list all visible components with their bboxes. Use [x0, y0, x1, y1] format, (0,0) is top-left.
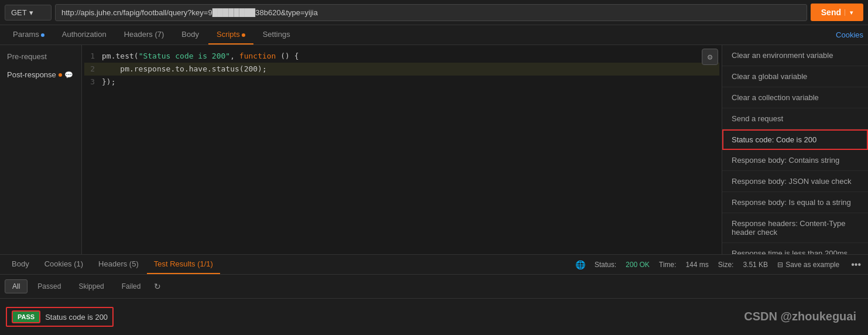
- tabs-row: Params Authorization Headers (7) Body Sc…: [0, 25, 868, 45]
- filter-all-button[interactable]: All: [5, 279, 28, 293]
- main-content: Pre-request Post-response 💬 1 pm.test("S…: [0, 45, 868, 254]
- snippet-item[interactable]: Response body: JSON value check: [722, 171, 868, 192]
- snippet-item[interactable]: Clear a global variable: [722, 66, 868, 87]
- time-label: Time:: [659, 261, 677, 269]
- resp-status: 🌐 Status: 200 OK Time: 144 ms Size: 3.51…: [575, 259, 863, 270]
- status-label: Status:: [595, 261, 616, 269]
- resp-tab-cookies[interactable]: Cookies (1): [37, 255, 90, 274]
- test-results-body: PASS Status code is 200: [0, 299, 868, 335]
- refresh-button[interactable]: ↻: [150, 281, 164, 292]
- snippet-panel: Clear an environment variableClear a glo…: [722, 45, 868, 254]
- tab-authorization[interactable]: Authorization: [54, 25, 115, 45]
- snippet-item[interactable]: Response time is less than 200ms: [722, 243, 868, 254]
- status-value: 200 OK: [626, 261, 650, 269]
- code-line-2: 2 pm.response.to.have.status(200);: [84, 63, 719, 76]
- send-button[interactable]: Send ▾: [811, 4, 863, 21]
- test-label: Status code is 200: [45, 313, 108, 322]
- snippet-item[interactable]: Status code: Code is 200: [722, 129, 868, 150]
- save-icon: ⊟: [777, 261, 783, 269]
- postresponse-tab[interactable]: Post-response 💬: [0, 66, 81, 84]
- code-settings-button[interactable]: ⚙: [702, 49, 718, 65]
- time-value: 144 ms: [685, 261, 708, 269]
- scripts-dot: [242, 33, 245, 37]
- code-line-3: 3 });: [84, 76, 719, 88]
- tab-body[interactable]: Body: [173, 25, 207, 45]
- more-options-button[interactable]: •••: [849, 259, 863, 270]
- pass-badge: PASS: [12, 310, 40, 323]
- test-result-wrapper: PASS Status code is 200: [6, 307, 114, 327]
- snippet-item[interactable]: Send a request: [722, 108, 868, 129]
- comment-icon: 💬: [64, 71, 73, 79]
- tab-scripts[interactable]: Scripts: [208, 25, 253, 45]
- resp-tab-headers[interactable]: Headers (5): [91, 255, 146, 274]
- response-tabs: Body Cookies (1) Headers (5) Test Result…: [5, 255, 220, 274]
- chevron-down-icon: ▾: [29, 8, 33, 17]
- line-num-2: 2: [84, 63, 102, 76]
- send-label: Send: [821, 8, 841, 17]
- method-label: GET: [11, 8, 27, 17]
- save-example-label: Save as example: [785, 261, 839, 269]
- snippet-item[interactable]: Response body: Contains string: [722, 150, 868, 171]
- save-example-button[interactable]: ⊟ Save as example: [777, 261, 839, 269]
- filter-skipped-button[interactable]: Skipped: [71, 279, 111, 293]
- tab-settings[interactable]: Settings: [255, 25, 299, 45]
- filter-row: All Passed Skipped Failed ↻: [0, 275, 868, 299]
- tab-params[interactable]: Params: [5, 25, 53, 45]
- cookies-link[interactable]: Cookies: [836, 30, 863, 39]
- snippet-item[interactable]: Response body: Is equal to a string: [722, 192, 868, 213]
- globe-icon: 🌐: [575, 260, 585, 269]
- left-panel: Pre-request Post-response 💬: [0, 45, 82, 254]
- send-chevron-icon: ▾: [845, 9, 853, 16]
- filter-failed-button[interactable]: Failed: [114, 279, 149, 293]
- params-dot: [41, 33, 44, 37]
- resp-tab-body[interactable]: Body: [5, 255, 36, 274]
- line-num-1: 1: [84, 50, 102, 63]
- url-bar: GET ▾ Send ▾: [0, 0, 868, 25]
- prerequest-tab[interactable]: Pre-request: [0, 47, 81, 66]
- snippet-item[interactable]: Clear an environment variable: [722, 45, 868, 66]
- response-area: Body Cookies (1) Headers (5) Test Result…: [0, 254, 868, 335]
- method-select[interactable]: GET ▾: [5, 5, 52, 20]
- line-num-3: 3: [84, 76, 102, 88]
- postresponse-dot: [59, 73, 62, 77]
- resp-tab-test-results[interactable]: Test Results (1/1): [147, 255, 220, 274]
- url-input[interactable]: [55, 4, 807, 21]
- code-line-1: 1 pm.test("Status code is 200", function…: [84, 50, 719, 63]
- size-label: Size:: [718, 261, 734, 269]
- code-editor[interactable]: 1 pm.test("Status code is 200", function…: [82, 45, 722, 254]
- filter-passed-button[interactable]: Passed: [30, 279, 68, 293]
- tab-headers[interactable]: Headers (7): [116, 25, 173, 45]
- snippet-item[interactable]: Response headers: Content-Type header ch…: [722, 213, 868, 243]
- tabs-left: Params Authorization Headers (7) Body Sc…: [5, 25, 299, 45]
- response-tabs-row: Body Cookies (1) Headers (5) Test Result…: [0, 255, 868, 275]
- postresponse-label: Post-response: [7, 70, 56, 79]
- test-result-item: PASS Status code is 200: [5, 305, 863, 329]
- snippet-item[interactable]: Clear a collection variable: [722, 87, 868, 108]
- size-value: 3.51 KB: [743, 261, 768, 269]
